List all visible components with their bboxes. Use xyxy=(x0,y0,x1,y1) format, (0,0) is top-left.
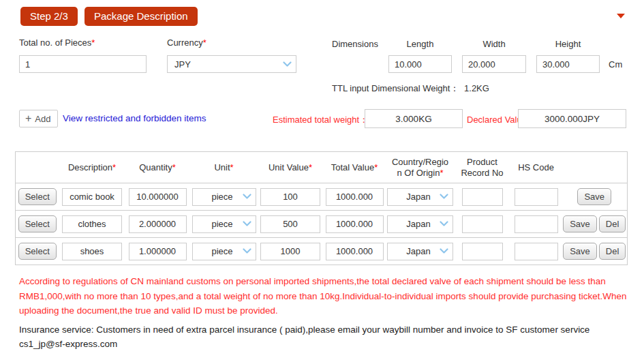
save-button[interactable]: Save xyxy=(563,243,597,260)
product-record-input[interactable] xyxy=(462,188,503,206)
country-select-value: Japan xyxy=(388,192,440,202)
country-select[interactable]: Japan xyxy=(387,243,453,260)
chevron-down-icon xyxy=(440,194,448,200)
hs-code-input[interactable] xyxy=(515,215,558,233)
declared-value: 3000.000JPY xyxy=(545,114,600,124)
required-mark: * xyxy=(91,37,95,48)
declared-value-box: 3000.000JPY xyxy=(518,109,626,128)
estimated-weight-label: Estimated total weight： xyxy=(273,114,368,126)
table-row: Select piece Japan Save xyxy=(16,183,628,211)
quantity-input[interactable] xyxy=(129,188,187,206)
unit-select-value: piece xyxy=(193,192,243,202)
collapse-triangle-icon[interactable] xyxy=(617,14,625,18)
save-button[interactable]: Save xyxy=(577,188,611,205)
country-select-value: Japan xyxy=(388,246,440,256)
estimated-weight-value-box: 3.000KG xyxy=(365,109,463,128)
length-label: Length xyxy=(388,39,452,49)
dimensional-weight-label: TTL input Dimensional Weight： xyxy=(332,83,459,93)
package-description-panel: Step 2/3 Package Description Total no. o… xyxy=(0,0,644,362)
total-pieces-label: Total no. of Pieces* xyxy=(19,37,95,48)
customs-warning-text: According to regulations of CN mainland … xyxy=(19,274,630,318)
table-header-row: Description*Quantity*Unit*Unit Value*Tot… xyxy=(16,152,628,183)
description-input[interactable] xyxy=(62,188,122,206)
column-header: Product Record No xyxy=(455,152,510,183)
unit-value-input[interactable] xyxy=(260,243,320,260)
currency-select-value: JPY xyxy=(168,59,283,70)
del-button[interactable]: Del xyxy=(599,215,626,232)
chevron-down-icon xyxy=(243,248,251,254)
country-select[interactable]: Japan xyxy=(387,188,453,206)
unit-select[interactable]: piece xyxy=(192,243,256,260)
column-header: Unit Value* xyxy=(258,152,323,183)
height-label: Height xyxy=(536,39,600,49)
add-item-button[interactable]: + Add xyxy=(19,110,58,127)
hs-code-input[interactable] xyxy=(515,243,558,260)
save-button[interactable]: Save xyxy=(563,215,597,232)
column-header: Country/Region Of Origin* xyxy=(386,152,455,183)
column-header xyxy=(16,152,59,183)
plus-icon: + xyxy=(25,113,31,124)
required-mark: * xyxy=(203,37,206,48)
select-button[interactable]: Select xyxy=(18,188,57,205)
dimensions-label: Dimensions xyxy=(332,39,378,49)
chevron-down-icon xyxy=(243,221,251,227)
unit-value-input[interactable] xyxy=(260,215,320,233)
hs-code-input[interactable] xyxy=(515,188,558,206)
restricted-items-link[interactable]: View restricted and forbidden items xyxy=(63,113,206,123)
chevron-down-icon xyxy=(283,61,292,67)
step-badge-label: Step 2/3 xyxy=(30,10,68,22)
length-input[interactable] xyxy=(388,55,452,73)
section-title-badge: Package Description xyxy=(85,7,198,26)
quantity-input[interactable] xyxy=(129,243,187,260)
country-select[interactable]: Japan xyxy=(387,215,453,233)
unit-select-value: piece xyxy=(193,246,243,256)
height-input[interactable] xyxy=(536,55,600,73)
column-header: Unit* xyxy=(190,152,258,183)
column-header: Description* xyxy=(59,152,125,183)
currency-label: Currency* xyxy=(167,37,206,48)
chevron-down-icon xyxy=(243,194,251,200)
width-input[interactable] xyxy=(462,55,526,73)
total-value-input[interactable] xyxy=(326,215,384,233)
unit-select[interactable]: piece xyxy=(192,188,256,206)
select-button[interactable]: Select xyxy=(18,215,57,232)
step-badge: Step 2/3 xyxy=(20,7,78,26)
description-input[interactable] xyxy=(62,243,122,260)
add-button-label: Add xyxy=(35,114,50,124)
dimensional-weight-line: TTL input Dimensional Weight： 1.2KG xyxy=(332,82,489,95)
chevron-down-icon xyxy=(440,221,448,227)
currency-select[interactable]: JPY xyxy=(167,55,296,73)
width-label: Width xyxy=(462,39,526,49)
select-button[interactable]: Select xyxy=(18,243,57,260)
product-record-input[interactable] xyxy=(462,215,503,233)
del-button[interactable]: Del xyxy=(599,243,626,260)
items-table-body: Select piece Japan Save Select piec xyxy=(16,183,628,265)
quantity-input[interactable] xyxy=(129,215,187,233)
product-record-input[interactable] xyxy=(462,243,503,260)
page-title: Package Description xyxy=(94,10,188,22)
column-header: HS Code xyxy=(510,152,562,183)
table-row: Select piece Japan SaveDel xyxy=(16,211,628,238)
total-value-input[interactable] xyxy=(326,243,384,260)
items-table: Description*Quantity*Unit*Unit Value*Tot… xyxy=(15,151,627,265)
table-row: Select piece Japan SaveDel xyxy=(16,238,628,265)
chevron-down-icon xyxy=(440,248,448,254)
description-input[interactable] xyxy=(62,215,122,233)
total-pieces-input[interactable] xyxy=(19,55,147,73)
dimension-unit-label: Cm xyxy=(609,59,622,70)
dimensional-weight-value: 1.2KG xyxy=(464,83,489,93)
column-header xyxy=(562,152,628,183)
total-value-input[interactable] xyxy=(326,188,384,206)
column-header: Total Value* xyxy=(323,152,386,183)
country-select-value: Japan xyxy=(388,219,440,229)
insurance-notice-text: Insurance service: Customers in need of … xyxy=(19,322,607,351)
estimated-weight-value: 3.000KG xyxy=(395,114,431,124)
unit-value-input[interactable] xyxy=(260,188,320,206)
unit-select-value: piece xyxy=(193,219,243,229)
unit-select[interactable]: piece xyxy=(192,215,256,233)
column-header: Quantity* xyxy=(125,152,190,183)
